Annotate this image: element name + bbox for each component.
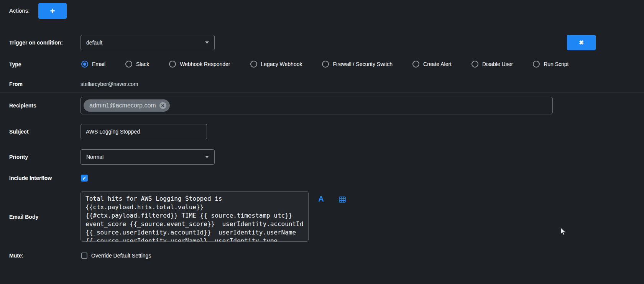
radio-create-alert[interactable]: Create Alert [412, 61, 452, 68]
subject-input[interactable]: AWS Logging Stopped [80, 124, 207, 139]
priority-select[interactable]: Normal [80, 149, 215, 165]
radio-legacy-webhook[interactable]: Legacy Webhook [250, 61, 302, 68]
priority-row: Priority Normal [0, 149, 644, 165]
override-default-settings-label: Override Default Settings [91, 253, 151, 259]
radio-label: Slack [136, 61, 149, 67]
priority-value: Normal [86, 154, 104, 160]
radio-firewall-security-switch[interactable]: Firewall / Security Switch [322, 61, 393, 68]
trigger-condition-value: default [86, 40, 102, 46]
trigger-condition-label: Trigger on condition: [9, 40, 63, 46]
close-icon: ✖ [579, 39, 584, 46]
action-config-panel: Actions: + Trigger on condition: default… [0, 0, 644, 284]
radio-circle-icon [81, 61, 88, 68]
subject-value: AWS Logging Stopped [86, 129, 140, 135]
radio-circle-icon [322, 61, 329, 68]
mute-label: Mute: [9, 253, 23, 259]
remove-action-button[interactable]: ✖ [567, 35, 596, 50]
radio-circle-icon [125, 61, 132, 68]
actions-header-row: Actions: + [0, 3, 644, 19]
priority-label: Priority [9, 154, 28, 160]
from-label: From [9, 81, 23, 87]
mouse-cursor [560, 227, 567, 237]
from-address: stellarcyber@naver.com [80, 81, 138, 87]
radio-webhook-responder[interactable]: Webhook Responder [169, 61, 230, 68]
type-row: Type Email Slack Webhook Responder Legac… [0, 58, 644, 70]
recipients-input[interactable]: admin1@acmecorp.com ✕ [80, 97, 553, 114]
type-label: Type [9, 61, 21, 68]
section-divider [0, 92, 644, 92]
radio-label: Legacy Webhook [261, 61, 302, 67]
recipient-chip: admin1@acmecorp.com ✕ [84, 99, 170, 112]
radio-disable-user[interactable]: Disable User [472, 61, 513, 68]
recipient-chip-text: admin1@acmecorp.com [89, 102, 156, 109]
font-format-icon[interactable]: A [318, 194, 324, 203]
override-default-settings-checkbox[interactable]: ✓ [81, 253, 87, 259]
radio-circle-icon [169, 61, 176, 68]
include-interflow-label: Include Interflow [9, 175, 52, 181]
email-body-editor[interactable]: Total hits for AWS Logging Stopped is {{… [80, 191, 309, 242]
subject-row: Subject AWS Logging Stopped [0, 124, 644, 139]
radio-circle-icon [533, 61, 540, 68]
radio-label: Create Alert [423, 61, 452, 67]
recipients-label: Recipients [9, 102, 36, 109]
include-interflow-row: Include Interflow ✓ [0, 173, 644, 183]
chevron-down-icon [205, 41, 209, 44]
recipients-row: Recipients admin1@acmecorp.com ✕ [0, 97, 644, 114]
email-body-label: Email Body [9, 214, 38, 220]
remove-recipient-icon[interactable]: ✕ [159, 102, 166, 109]
radio-label: Email [92, 61, 105, 67]
trigger-row: Trigger on condition: default ✖ [0, 35, 644, 50]
plus-icon: + [50, 6, 55, 16]
radio-label: Run Script [544, 61, 568, 67]
from-row: From stellarcyber@naver.com [0, 80, 644, 88]
actions-label: Actions: [9, 7, 30, 14]
radio-slack[interactable]: Slack [125, 61, 149, 68]
table-insert-icon[interactable] [339, 196, 346, 204]
radio-circle-icon [250, 61, 257, 68]
check-icon: ✓ [82, 176, 87, 181]
mute-row: Mute: ✓ Override Default Settings [0, 251, 644, 260]
radio-label: Firewall / Security Switch [333, 61, 393, 67]
radio-circle-icon [472, 61, 478, 68]
trigger-condition-select[interactable]: default [80, 35, 215, 50]
subject-label: Subject [9, 129, 29, 135]
include-interflow-checkbox[interactable]: ✓ [81, 175, 88, 182]
radio-label: Webhook Responder [180, 61, 230, 67]
type-radio-group: Email Slack Webhook Responder Legacy Web… [81, 58, 569, 70]
chevron-down-icon [205, 156, 209, 158]
radio-email[interactable]: Email [81, 61, 105, 68]
radio-label: Disable User [482, 61, 513, 67]
radio-circle-icon [412, 61, 419, 68]
add-action-button[interactable]: + [38, 3, 67, 19]
radio-run-script[interactable]: Run Script [533, 61, 568, 68]
